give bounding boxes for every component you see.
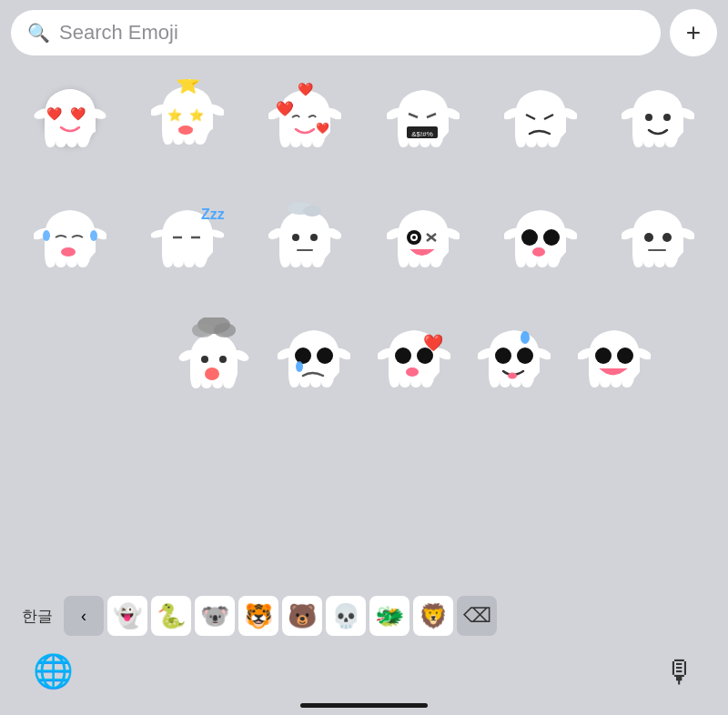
ghost-emoji: ❤️ ❤️ ❤️ [268,79,341,176]
search-icon: 🔍 [27,22,50,44]
search-placeholder: Search Emoji [59,21,178,45]
svg-point-45 [310,234,318,241]
ghost-emoji [622,199,694,296]
back-button[interactable]: ‹ [64,596,104,636]
svg-point-76 [296,361,303,372]
ghost-emoji [278,319,350,416]
emoji-cell[interactable] [608,193,708,302]
ghost-emoji: &$!#% [387,79,460,176]
svg-point-62 [662,233,672,242]
svg-text:❤️: ❤️ [298,82,314,97]
svg-text:❤️: ❤️ [69,106,86,122]
emoji-cell[interactable] [164,313,264,422]
tiger-icon-button[interactable]: 🐯 [238,596,278,636]
svg-point-85 [495,347,511,364]
svg-point-28 [645,114,652,121]
ghost-emoji [504,79,577,176]
ghost-emoji [578,319,651,416]
ghost-emoji: Zzz [151,199,224,296]
lion-icon: 🦁 [419,602,448,630]
add-button[interactable]: + [670,9,717,56]
emoji-row-1: ❤️ ❤️ ⭐ ⭐ [11,67,717,187]
keyboard-lang-label: 한글 [15,606,60,627]
emoji-grid: ❤️ ❤️ ⭐ ⭐ [11,67,717,589]
svg-point-56 [521,229,538,246]
home-indicator [300,703,428,708]
svg-text:&$!#%: &$!#% [411,130,433,138]
ghost-emoji [387,199,460,296]
emoji-cell[interactable]: ❤️ ❤️ [20,73,120,182]
delete-icon: ⌫ [463,604,491,628]
emoji-cell[interactable] [373,193,473,302]
svg-point-29 [663,114,671,121]
svg-point-67 [192,323,214,337]
action-bar: 🌐 🎙 [11,643,717,698]
emoji-cell[interactable]: ❤️ [364,313,464,422]
svg-point-70 [201,356,208,363]
svg-point-75 [317,347,333,364]
emoji-cell[interactable]: ⭐ ⭐ ⭐ [137,73,238,182]
svg-text:Zzz: Zzz [201,206,224,222]
emoji-cell[interactable] [608,73,708,182]
keyboard-container: 🔍 Search Emoji + ❤️ ❤️ [0,0,728,715]
ghost-emoji [177,317,250,418]
emoji-cell[interactable] [490,73,591,182]
lion-icon-button[interactable]: 🦁 [413,596,453,636]
skull-icon-button[interactable]: 💀 [326,596,366,636]
snake-icon: 🐍 [157,602,186,630]
svg-point-44 [292,234,299,241]
emoji-cell[interactable] [264,313,364,422]
svg-point-69 [205,368,219,380]
svg-point-32 [43,230,50,241]
dragon-icon: 🐲 [375,602,404,630]
emoji-cell[interactable] [490,193,591,302]
koala-icon-button[interactable]: 🐨 [195,596,235,636]
skull-icon: 💀 [331,602,360,630]
bear-icon: 🐻 [288,602,317,630]
svg-point-92 [617,347,633,364]
svg-text:❤️: ❤️ [423,333,444,353]
back-arrow-icon: ‹ [81,607,86,626]
ghost-emoji [268,199,341,296]
ghost-emoji: ❤️ [378,319,450,416]
svg-text:⭐: ⭐ [167,107,183,123]
search-bar[interactable]: 🔍 Search Emoji [11,10,661,55]
ghost-icon-button[interactable]: 👻 [107,596,147,636]
svg-text:⭐: ⭐ [189,107,205,123]
emoji-cell[interactable] [20,193,120,302]
svg-point-88 [508,373,517,379]
svg-point-58 [532,247,545,257]
bottom-toolbar: 한글 ‹ 👻 🐍 🐨 🐯 🐻 💀 🐲 🦁 ⌫ [11,589,717,643]
svg-text:⭐: ⭐ [175,79,200,96]
koala-icon: 🐨 [200,602,229,630]
svg-point-34 [61,247,76,257]
ghost-emoji: ⭐ ⭐ ⭐ [151,79,224,176]
dragon-icon-button[interactable]: 🐲 [369,596,410,636]
search-bar-row: 🔍 Search Emoji + [11,9,717,56]
snake-icon-button[interactable]: 🐍 [151,596,191,636]
delete-button[interactable]: ⌫ [457,596,497,636]
svg-point-86 [517,347,533,364]
globe-button[interactable]: 🌐 [33,652,74,690]
bear-icon-button[interactable]: 🐻 [282,596,322,636]
svg-point-79 [395,347,411,364]
svg-point-71 [219,356,227,363]
emoji-cell[interactable]: ❤️ ❤️ ❤️ [255,73,355,182]
ghost-emoji [34,199,106,296]
emoji-row-2: Zzz [11,187,717,307]
ghost-emoji [504,199,577,296]
emoji-cell[interactable]: Zzz [137,193,238,302]
emoji-cell[interactable] [564,313,664,422]
emoji-cell[interactable]: &$!#% [373,73,473,182]
svg-point-61 [644,233,653,242]
emoji-cell[interactable] [464,313,564,422]
ghost-emoji [478,319,551,416]
svg-point-87 [521,331,530,344]
microphone-button[interactable]: 🎙 [664,654,695,690]
svg-point-57 [543,229,560,246]
emoji-cell[interactable] [255,193,355,302]
svg-point-91 [595,347,612,364]
ghost-icon: 👻 [113,602,142,630]
ghost-emoji: ❤️ ❤️ [34,82,106,174]
tiger-icon: 🐯 [244,602,273,630]
